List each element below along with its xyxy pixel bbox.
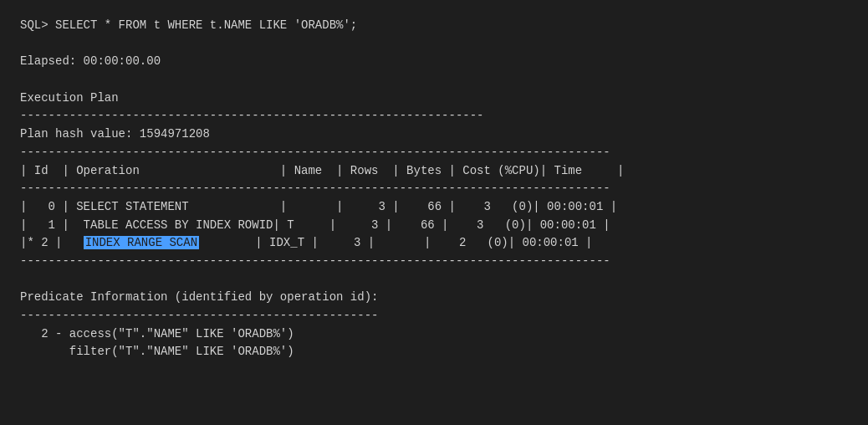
predicate-access: 2 - access("T"."NAME" LIKE 'ORADB%') [20,325,848,344]
blank-line-2 [20,71,848,90]
divider-3: ----------------------------------------… [20,180,848,198]
exec-plan-label: Execution Plan [20,90,848,108]
table-row-0: | 0 | SELECT STATEMENT | | 3 | 66 | 3 (0… [20,198,848,217]
sql-command: SQL> SELECT * FROM t WHERE t.NAME LIKE '… [20,17,848,35]
plan-hash-line: Plan hash value: 1594971208 [20,125,848,144]
blank-line-3 [20,271,848,289]
divider-4: ----------------------------------------… [20,253,848,271]
index-range-scan-highlight: INDEX RANGE SCAN [84,236,199,249]
blank-line-1 [20,35,848,54]
divider-1: ----------------------------------------… [20,107,848,125]
terminal-output: SQL> SELECT * FROM t WHERE t.NAME LIKE '… [20,17,848,361]
divider-5: ----------------------------------------… [20,307,848,325]
table-row-1: | 1 | TABLE ACCESS BY INDEX ROWID| T | 3… [20,217,848,235]
elapsed-line: Elapsed: 00:00:00.00 [20,53,848,71]
divider-2: ----------------------------------------… [20,144,848,162]
predicate-filter: filter("T"."NAME" LIKE 'ORADB%') [20,343,848,361]
predicate-label: Predicate Information (identified by ope… [20,289,848,307]
table-header: | Id | Operation | Name | Rows | Bytes |… [20,162,848,181]
table-row-2: |* 2 | INDEX RANGE SCAN | IDX_T | 3 | | … [20,234,848,253]
